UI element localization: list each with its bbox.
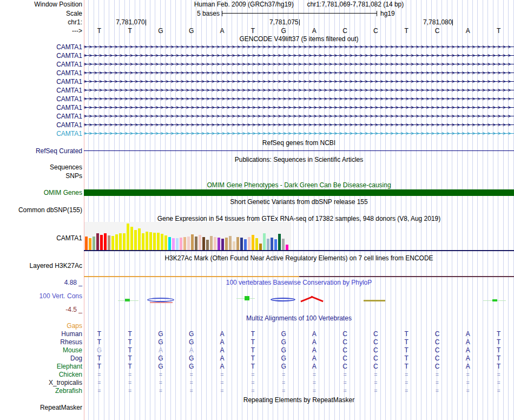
- gene-transcript-row[interactable]: >>>>>>>>>>>>>>>>>>>>>>>>>>>>>>>>>>>>>>>>…: [84, 62, 514, 67]
- common-dbsnp-label[interactable]: Common dbSNP(155): [18, 207, 82, 214]
- species-label[interactable]: X_tropicalis: [49, 379, 82, 386]
- gtex-tissue-bar[interactable]: [89, 238, 91, 250]
- gtex-tissue-bar[interactable]: [180, 238, 182, 250]
- gtex-tissue-bar[interactable]: [96, 233, 99, 250]
- omim-genes-label[interactable]: OMIM Genes: [44, 189, 82, 196]
- refseq-curated-label[interactable]: RefSeq Curated: [36, 148, 82, 155]
- gene-transcript-label[interactable]: CAMTA1: [56, 44, 82, 51]
- gtex-tissue-bar[interactable]: [206, 240, 209, 250]
- gtex-tissue-bar[interactable]: [187, 237, 190, 250]
- gtex-tissue-bar[interactable]: [161, 234, 163, 250]
- gene-transcript-row[interactable]: >>>>>>>>>>>>>>>>>>>>>>>>>>>>>>>>>>>>>>>>…: [84, 44, 514, 50]
- gtex-tissue-bar[interactable]: [244, 239, 247, 250]
- gtex-tissue-bar[interactable]: [115, 234, 118, 250]
- gene-transcript-row[interactable]: >>>>>>>>>>>>>>>>>>>>>>>>>>>>>>>>>>>>>>>>…: [84, 70, 514, 76]
- alignment-row[interactable]: GTAAATGACCTCAT: [84, 347, 514, 354]
- alignment-row[interactable]: ==============: [84, 388, 514, 395]
- gtex-tissue-bar[interactable]: [85, 237, 88, 250]
- gtex-bar-chart[interactable]: [85, 223, 288, 250]
- species-label[interactable]: Dog: [70, 355, 82, 362]
- gtex-tissue-bar[interactable]: [248, 237, 251, 250]
- gtex-tissue-bar[interactable]: [218, 238, 220, 250]
- gaps-row-label[interactable]: Gaps: [67, 323, 82, 330]
- species-label[interactable]: Zebrafish: [55, 388, 82, 395]
- gtex-tissue-bar[interactable]: [176, 238, 179, 250]
- gtex-tissue-bar[interactable]: [123, 233, 126, 250]
- gtex-tissue-bar[interactable]: [93, 237, 95, 250]
- gtex-tissue-bar[interactable]: [274, 239, 277, 250]
- gtex-tissue-bar[interactable]: [255, 238, 258, 250]
- gtex-tissue-bar[interactable]: [267, 239, 269, 250]
- gtex-tissue-bar[interactable]: [168, 237, 171, 250]
- omim-gene-bar[interactable]: [84, 189, 514, 196]
- gtex-tissue-bar[interactable]: [127, 224, 129, 250]
- gtex-tissue-bar[interactable]: [157, 233, 160, 250]
- gtex-tissue-bar[interactable]: [149, 232, 152, 250]
- gtex-tissue-bar[interactable]: [233, 241, 235, 250]
- layered-h3k27ac-label[interactable]: Layered H3K27Ac: [30, 262, 82, 270]
- gtex-tissue-bar[interactable]: [142, 233, 144, 250]
- alignment-row[interactable]: TTGGATGACCTCAT: [84, 355, 514, 362]
- gene-transcript-label[interactable]: CAMTA1: [56, 96, 82, 103]
- species-label[interactable]: Elephant: [57, 363, 82, 370]
- alignment-row[interactable]: TTGGATGACCTCAT: [84, 331, 514, 338]
- alignment-row[interactable]: ==============: [84, 371, 514, 378]
- species-label[interactable]: Rhesus: [60, 339, 82, 346]
- gene-transcript-label[interactable]: CAMTA1: [56, 104, 82, 111]
- gene-transcript-label[interactable]: CAMTA1: [56, 87, 82, 94]
- gene-transcript-row[interactable]: >>>>>>>>>>>>>>>>>>>>>>>>>>>>>>>>>>>>>>>>…: [84, 96, 514, 102]
- gene-transcript-label[interactable]: CAMTA1: [56, 52, 82, 60]
- strand-arrow-label[interactable]: --->: [72, 28, 82, 35]
- gene-transcript-row[interactable]: >>>>>>>>>>>>>>>>>>>>>>>>>>>>>>>>>>>>>>>>…: [84, 88, 514, 93]
- gene-transcript-label[interactable]: CAMTA1: [56, 70, 82, 77]
- gene-transcript-row[interactable]: >>>>>>>>>>>>>>>>>>>>>>>>>>>>>>>>>>>>>>>>…: [84, 131, 514, 136]
- gtex-tissue-bar[interactable]: [195, 237, 197, 250]
- alignment-row[interactable]: TTGGATGACCTCAT: [84, 339, 514, 346]
- snps-track-label[interactable]: SNPs: [65, 173, 82, 180]
- gtex-tissue-bar[interactable]: [221, 239, 224, 250]
- gene-transcript-row[interactable]: >>>>>>>>>>>>>>>>>>>>>>>>>>>>>>>>>>>>>>>>…: [84, 79, 514, 84]
- gtex-tissue-bar[interactable]: [259, 244, 262, 250]
- alignment-row[interactable]: ==============: [84, 379, 514, 386]
- gene-transcript-row[interactable]: >>>>>>>>>>>>>>>>>>>>>>>>>>>>>>>>>>>>>>>>…: [84, 53, 514, 58]
- gtex-tissue-bar[interactable]: [164, 235, 167, 250]
- gtex-tissue-bar[interactable]: [225, 238, 228, 250]
- gtex-tissue-bar[interactable]: [172, 238, 175, 250]
- conservation-track-label[interactable]: 100 Vert. Cons: [39, 293, 82, 300]
- gtex-tissue-bar[interactable]: [236, 237, 239, 250]
- gtex-tissue-bar[interactable]: [108, 235, 110, 250]
- gene-transcript-label[interactable]: CAMTA1: [56, 78, 82, 86]
- gtex-tissue-bar[interactable]: [252, 235, 254, 250]
- gtex-tissue-bar[interactable]: [183, 237, 186, 250]
- gene-transcript-row[interactable]: >>>>>>>>>>>>>>>>>>>>>>>>>>>>>>>>>>>>>>>>…: [84, 114, 514, 119]
- gtex-tissue-bar[interactable]: [286, 245, 288, 250]
- gtex-tissue-bar[interactable]: [240, 238, 243, 250]
- gtex-tissue-bar[interactable]: [229, 236, 232, 250]
- gtex-tissue-bar[interactable]: [119, 233, 122, 250]
- gtex-tissue-bar[interactable]: [146, 232, 148, 250]
- gtex-tissue-bar[interactable]: [153, 233, 156, 250]
- gtex-tissue-bar[interactable]: [202, 237, 205, 250]
- species-label[interactable]: Chicken: [59, 371, 82, 378]
- gtex-tissue-bar[interactable]: [104, 233, 107, 250]
- gtex-gene-label[interactable]: CAMTA1: [56, 235, 82, 242]
- gene-transcript-label[interactable]: CAMTA1: [56, 61, 82, 68]
- gtex-tissue-bar[interactable]: [199, 235, 201, 250]
- gene-transcript-label[interactable]: CAMTA1: [56, 130, 82, 137]
- gtex-tissue-bar[interactable]: [191, 234, 194, 250]
- gtex-tissue-bar[interactable]: [130, 227, 133, 250]
- gene-transcript-row[interactable]: >>>>>>>>>>>>>>>>>>>>>>>>>>>>>>>>>>>>>>>>…: [84, 105, 514, 110]
- sequences-track-label[interactable]: Sequences: [50, 164, 82, 171]
- species-label[interactable]: Mouse: [63, 347, 82, 354]
- h3k27ac-signal-left[interactable]: [84, 276, 299, 277]
- gtex-tissue-bar[interactable]: [138, 228, 141, 250]
- refseq-curated-item[interactable]: [84, 150, 514, 151]
- gtex-tissue-bar[interactable]: [282, 239, 285, 250]
- gtex-tissue-bar[interactable]: [263, 233, 266, 250]
- gtex-tissue-bar[interactable]: [214, 237, 216, 250]
- repeatmasker-label[interactable]: RepeatMasker: [40, 404, 82, 411]
- gtex-tissue-bar[interactable]: [271, 238, 273, 250]
- gtex-tissue-bar[interactable]: [100, 235, 103, 250]
- alignment-row[interactable]: TTGGATGACCTCAT: [84, 363, 514, 370]
- gtex-tissue-bar[interactable]: [210, 236, 213, 250]
